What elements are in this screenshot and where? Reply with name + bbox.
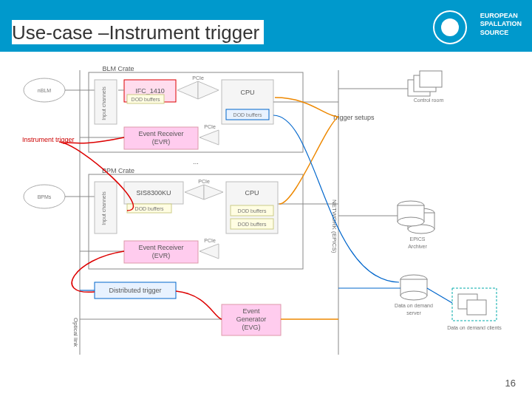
evr2-a: Event Receiver: [138, 244, 183, 251]
evg-c: (EVG): [242, 324, 260, 331]
pcie-2: PCIe: [204, 124, 216, 129]
dod-buf1: DOD buffers: [233, 112, 262, 117]
svg-rect-32: [420, 71, 442, 87]
ess-logo-icon: [433, 10, 467, 44]
dod-buf2b: DOD buffers: [238, 208, 267, 214]
dod-small: DOD buffers: [132, 97, 160, 102]
evr1-a: Event Receiver: [138, 130, 183, 137]
dod-buf2c: DOD buffers: [238, 222, 267, 227]
evr2-b: (EVR): [152, 252, 171, 259]
cpu1: CPU: [240, 89, 254, 96]
org-line2: SPALLATION: [480, 20, 522, 28]
optical-link-label: Optical link: [72, 318, 79, 347]
svg-point-41: [400, 291, 427, 300]
dod-server-a: Data on demand: [395, 303, 433, 308]
archiver-icon: [398, 201, 434, 233]
evg-a: Event: [242, 307, 260, 315]
slide-header: Use-case –Instrument trigger EUROPEAN SP…: [0, 0, 532, 55]
pcie-4: PCIe: [204, 238, 216, 243]
input-channels-1: Input channels: [101, 86, 107, 120]
ellipsis: ...: [193, 158, 199, 166]
svg-rect-44: [467, 300, 486, 315]
network-label: NETWORK (EPICS): [331, 200, 338, 253]
pcie-3: PCIe: [198, 179, 210, 184]
diagram-stage: NETWORK (EPICS) Optical link BLM Crate n…: [0, 59, 532, 399]
trigger-setups-label: Trigger setups: [332, 114, 375, 121]
dod-server-icon: [400, 275, 427, 300]
evr1-b: (EVR): [152, 138, 171, 146]
control-room-label: Control room: [414, 98, 444, 103]
diagram-svg: NETWORK (EPICS) Optical link BLM Crate n…: [0, 59, 532, 399]
org-line3: SOURCE: [480, 29, 522, 37]
org-line1: EUROPEAN: [480, 12, 522, 20]
sis8300: SIS8300KU: [136, 189, 171, 197]
bpms-cloud: BPMs: [38, 194, 52, 200]
dod-clients-icon: [452, 288, 497, 321]
nblm-cloud: nBLM: [38, 88, 51, 93]
blm-crate-label: BLM Crate: [102, 65, 134, 72]
dod-clients-label: Data on demand clients: [447, 325, 502, 330]
pcie-1: PCIe: [192, 75, 204, 81]
control-room-icon: [408, 71, 442, 96]
bpm-crate-label: BPM Crate: [102, 167, 134, 174]
archiver-a: EPICS: [409, 236, 425, 242]
cpu2: CPU: [245, 189, 259, 197]
dod-server-b: server: [406, 310, 421, 316]
ifc1410-block: IFC_1410: [135, 87, 165, 95]
svg-point-38: [398, 217, 424, 226]
dist-trigger: Distributed trigger: [109, 287, 161, 294]
input-channels-2: Input channels: [101, 191, 107, 225]
archiver-b: Archiver: [408, 244, 427, 249]
page-number: 16: [505, 378, 516, 389]
slide-title: Use-case –Instrument trigger: [12, 20, 264, 44]
dod-buf2a: DOD buffers: [135, 206, 164, 211]
evg-b: Generator: [236, 316, 267, 323]
org-name: EUROPEAN SPALLATION SOURCE: [480, 12, 522, 37]
